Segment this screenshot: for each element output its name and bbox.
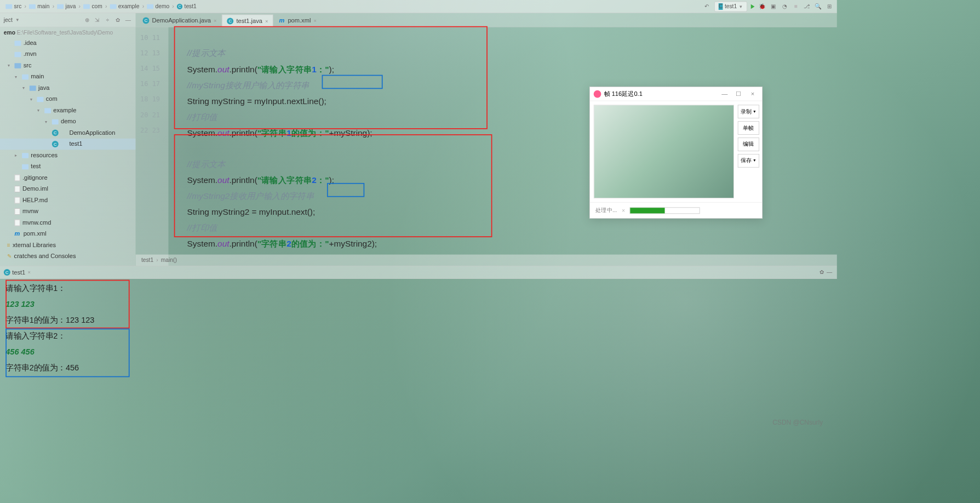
tree-item-mvnw[interactable]: mvnw [0, 206, 136, 217]
tree-item-demo-iml[interactable]: Demo.iml [0, 184, 136, 195]
profile-icon[interactable]: ◔ [781, 3, 788, 10]
git-icon[interactable]: ⎇ [803, 3, 811, 10]
tree-item-resources[interactable]: ▸resources [0, 150, 136, 161]
editor-tabs: CDemoApplication.java× Ctest1.java× mpom… [136, 13, 837, 27]
folder-icon [83, 4, 90, 9]
tree-item-label: main [31, 72, 44, 82]
watermark: CSDN @CNsurly [772, 418, 823, 426]
library-icon: ≡ [7, 241, 10, 250]
folder-icon [110, 4, 116, 9]
breadcrumb: src› main› java› com› example› demo› Cte… [0, 0, 837, 13]
tree-item-mvnw-cmd[interactable]: mvnw.cmd [0, 217, 136, 228]
close-icon[interactable]: × [214, 18, 216, 23]
tree-item-java[interactable]: ▾java [0, 82, 136, 93]
recorder-save-button[interactable]: 保存▼ [738, 154, 759, 168]
folder-icon [22, 153, 28, 158]
tree-item-src[interactable]: ▾src [0, 60, 136, 71]
coverage-icon[interactable]: ▣ [770, 3, 777, 10]
tree-item-test[interactable]: test [0, 161, 136, 172]
tree-item-label: java [38, 83, 49, 93]
crumb-method[interactable]: main() [161, 257, 177, 264]
recorder-title: 帧 116延迟0.1 [604, 90, 643, 98]
tab-demoapplication[interactable]: CDemoApplication.java× [137, 14, 222, 27]
tab-pom[interactable]: mpom.xml× [273, 14, 322, 27]
close-icon[interactable]: × [265, 18, 268, 24]
crumb-class[interactable]: test1 [141, 257, 153, 264]
screen-recorder-window[interactable]: 帧 116延迟0.1 — ☐ × 录制▼ 单帧 编辑 保存▼ 处理中... × [589, 87, 763, 219]
folder-icon [14, 63, 21, 68]
debug-icon[interactable]: 🐞 [758, 3, 766, 10]
prev-icon[interactable]: ↶ [703, 3, 711, 10]
recorder-singleframe-button[interactable]: 单帧 [738, 121, 759, 135]
class-icon: C [52, 130, 59, 136]
recorder-record-button[interactable]: 录制▼ [738, 105, 759, 118]
run-tab-label[interactable]: test1 [12, 269, 25, 276]
project-tool-header: ject ▼ ⊕ ⇲ ÷ ✿ — [0, 13, 136, 27]
tree-item-label: mvnw [22, 207, 38, 216]
stop-icon[interactable]: ■ [792, 3, 800, 10]
project-root[interactable]: emo E:\File\Software_test\JavaStudy\Demo [0, 28, 136, 37]
expand-icon[interactable]: ÷ [104, 16, 112, 24]
tree-item--mvn[interactable]: .mvn [0, 49, 136, 60]
console-line: 字符串1的值为：123 123 [5, 312, 831, 328]
folder-icon [44, 108, 51, 113]
minimize-icon[interactable]: — [719, 90, 730, 98]
tree-item-com[interactable]: ▾com [0, 94, 136, 105]
file-icon [14, 208, 20, 215]
tree-item-demo[interactable]: ▾demo [0, 116, 136, 127]
highlight-box-block2 [174, 134, 492, 237]
folder-icon [52, 119, 59, 124]
collapse-icon[interactable]: ⇲ [94, 16, 101, 24]
folder-icon [14, 52, 21, 56]
settings-icon[interactable]: ✿ [818, 268, 826, 276]
tree-item-label: com [46, 95, 58, 104]
crumb-example[interactable]: example [108, 3, 141, 10]
crumb-demo[interactable]: demo [145, 3, 171, 10]
tree-item-example[interactable]: ▾example [0, 105, 136, 116]
file-icon [14, 197, 20, 204]
run-icon[interactable] [751, 4, 755, 9]
project-tree[interactable]: emo E:\File\Software_test\JavaStudy\Demo… [0, 27, 136, 266]
tree-item-test1[interactable]: Ctest1 [0, 139, 136, 150]
folder-icon [29, 4, 36, 9]
close-icon[interactable]: × [622, 207, 625, 214]
crumb-main[interactable]: main [27, 3, 51, 10]
close-icon[interactable]: × [314, 18, 317, 23]
crumb-src[interactable]: src [4, 3, 24, 10]
search-icon[interactable]: 🔍 [815, 3, 822, 10]
crumb-test1[interactable]: Ctest1 [175, 3, 198, 10]
scratch-icon: ✎ [7, 252, 12, 261]
crumb-java[interactable]: java [55, 3, 78, 10]
tree-item--gitignore[interactable]: .gitignore [0, 172, 136, 183]
tree-item-pom-xml[interactable]: mpom.xml [0, 228, 136, 239]
maximize-icon[interactable]: ☐ [733, 90, 744, 98]
more-icon[interactable]: ⊞ [826, 3, 833, 10]
tree-item-main[interactable]: ▾main [0, 71, 136, 82]
recorder-titlebar[interactable]: 帧 116延迟0.1 — ☐ × [590, 87, 762, 101]
recorder-app-icon [594, 90, 601, 98]
run-configuration-selector[interactable]: C test1 ▼ [714, 1, 747, 12]
settings-icon[interactable]: ✿ [114, 16, 122, 24]
tree-item-help-md[interactable]: HELP.md [0, 195, 136, 205]
tree-item-xternal-libraries[interactable]: ≡xternal Libraries [0, 239, 136, 250]
tree-item--idea[interactable]: .idea [0, 37, 136, 48]
console-output[interactable]: 请输入字符串1： 123 123 字符串1的值为：123 123 请输入字符串2… [0, 279, 837, 428]
folder-icon [5, 4, 12, 9]
tree-item-label: example [53, 106, 76, 115]
folder-icon [30, 85, 36, 90]
highlight-box-block1 [174, 26, 488, 129]
close-icon[interactable]: × [28, 270, 31, 275]
tree-item-label: pom.xml [24, 229, 47, 238]
tab-test1[interactable]: Ctest1.java× [222, 14, 273, 26]
folder-icon [37, 96, 43, 101]
hide-icon[interactable]: — [826, 268, 833, 276]
console-line: 请输入字符串2： [5, 329, 831, 345]
tree-item-demoapplication[interactable]: CDemoApplication [0, 127, 136, 138]
folder-icon [14, 41, 21, 45]
close-icon[interactable]: × [747, 90, 758, 98]
hide-icon[interactable]: — [124, 16, 132, 24]
crumb-com[interactable]: com [82, 3, 105, 10]
recorder-edit-button[interactable]: 编辑 [738, 138, 759, 151]
select-file-icon[interactable]: ⊕ [83, 16, 91, 24]
tree-item-cratches-and-consoles[interactable]: ✎cratches and Consoles [0, 251, 136, 262]
